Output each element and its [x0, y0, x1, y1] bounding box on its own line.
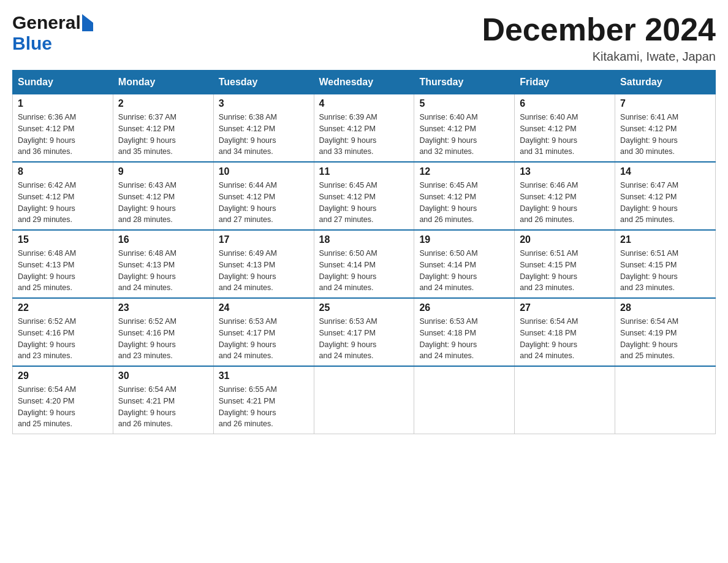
- calendar-week-row: 1Sunrise: 6:36 AMSunset: 4:12 PMDaylight…: [13, 94, 716, 163]
- day-info: Sunrise: 6:36 AMSunset: 4:12 PMDaylight:…: [18, 112, 108, 158]
- calendar-week-row: 8Sunrise: 6:42 AMSunset: 4:12 PMDaylight…: [13, 162, 716, 230]
- calendar-cell: 3Sunrise: 6:38 AMSunset: 4:12 PMDaylight…: [213, 94, 314, 163]
- day-info: Sunrise: 6:45 AMSunset: 4:12 PMDaylight:…: [419, 180, 509, 226]
- col-wednesday: Wednesday: [314, 71, 414, 94]
- calendar-cell: 28Sunrise: 6:54 AMSunset: 4:19 PMDayligh…: [615, 298, 716, 366]
- col-tuesday: Tuesday: [213, 71, 314, 94]
- day-info: Sunrise: 6:54 AMSunset: 4:18 PMDaylight:…: [520, 316, 610, 362]
- day-info: Sunrise: 6:54 AMSunset: 4:20 PMDaylight:…: [18, 384, 108, 430]
- col-monday: Monday: [113, 71, 213, 94]
- day-info: Sunrise: 6:54 AMSunset: 4:21 PMDaylight:…: [118, 384, 208, 430]
- col-sunday: Sunday: [13, 71, 113, 94]
- calendar-cell: [314, 366, 414, 434]
- day-info: Sunrise: 6:37 AMSunset: 4:12 PMDaylight:…: [118, 112, 208, 158]
- day-info: Sunrise: 6:53 AMSunset: 4:18 PMDaylight:…: [419, 316, 509, 362]
- day-number: 27: [520, 302, 610, 313]
- day-number: 6: [520, 98, 610, 109]
- day-info: Sunrise: 6:48 AMSunset: 4:13 PMDaylight:…: [18, 248, 108, 294]
- day-info: Sunrise: 6:41 AMSunset: 4:12 PMDaylight:…: [620, 112, 710, 158]
- day-number: 13: [520, 166, 610, 177]
- day-info: Sunrise: 6:46 AMSunset: 4:12 PMDaylight:…: [520, 180, 610, 226]
- day-info: Sunrise: 6:40 AMSunset: 4:12 PMDaylight:…: [520, 112, 610, 158]
- day-number: 22: [18, 302, 108, 313]
- day-number: 25: [319, 302, 409, 313]
- calendar-cell: 4Sunrise: 6:39 AMSunset: 4:12 PMDaylight…: [314, 94, 414, 163]
- calendar-cell: 11Sunrise: 6:45 AMSunset: 4:12 PMDayligh…: [314, 162, 414, 230]
- day-info: Sunrise: 6:47 AMSunset: 4:12 PMDaylight:…: [620, 180, 710, 226]
- day-number: 26: [419, 302, 509, 313]
- day-info: Sunrise: 6:52 AMSunset: 4:16 PMDaylight:…: [18, 316, 108, 362]
- day-number: 7: [620, 98, 710, 109]
- day-number: 2: [118, 98, 208, 109]
- day-number: 14: [620, 166, 710, 177]
- day-info: Sunrise: 6:51 AMSunset: 4:15 PMDaylight:…: [520, 248, 610, 294]
- day-info: Sunrise: 6:43 AMSunset: 4:12 PMDaylight:…: [118, 180, 208, 226]
- calendar-cell: 26Sunrise: 6:53 AMSunset: 4:18 PMDayligh…: [414, 298, 515, 366]
- calendar-header-row: Sunday Monday Tuesday Wednesday Thursday…: [13, 71, 716, 94]
- logo-general: General: [12, 12, 81, 33]
- day-number: 17: [219, 234, 309, 245]
- day-number: 18: [319, 234, 409, 245]
- calendar-cell: 16Sunrise: 6:48 AMSunset: 4:13 PMDayligh…: [113, 230, 213, 298]
- day-number: 15: [18, 234, 108, 245]
- day-number: 20: [520, 234, 610, 245]
- day-number: 23: [118, 302, 208, 313]
- title-section: December 2024 Kitakami, Iwate, Japan: [482, 12, 716, 64]
- calendar-cell: 2Sunrise: 6:37 AMSunset: 4:12 PMDaylight…: [113, 94, 213, 163]
- calendar-cell: 29Sunrise: 6:54 AMSunset: 4:20 PMDayligh…: [13, 366, 113, 434]
- day-number: 24: [219, 302, 309, 313]
- day-info: Sunrise: 6:39 AMSunset: 4:12 PMDaylight:…: [319, 112, 409, 158]
- calendar-cell: 30Sunrise: 6:54 AMSunset: 4:21 PMDayligh…: [113, 366, 213, 434]
- calendar-cell: 12Sunrise: 6:45 AMSunset: 4:12 PMDayligh…: [414, 162, 515, 230]
- day-number: 4: [319, 98, 409, 109]
- calendar-cell: 31Sunrise: 6:55 AMSunset: 4:21 PMDayligh…: [213, 366, 314, 434]
- calendar-cell: 23Sunrise: 6:52 AMSunset: 4:16 PMDayligh…: [113, 298, 213, 366]
- page-header: General Blue December 2024 Kitakami, Iwa…: [12, 12, 716, 64]
- calendar-cell: [515, 366, 615, 434]
- day-number: 9: [118, 166, 208, 177]
- day-info: Sunrise: 6:50 AMSunset: 4:14 PMDaylight:…: [319, 248, 409, 294]
- day-info: Sunrise: 6:40 AMSunset: 4:12 PMDaylight:…: [419, 112, 509, 158]
- calendar-cell: 6Sunrise: 6:40 AMSunset: 4:12 PMDaylight…: [515, 94, 615, 163]
- logo-icon: [82, 14, 93, 31]
- calendar-cell: 5Sunrise: 6:40 AMSunset: 4:12 PMDaylight…: [414, 94, 515, 163]
- calendar-cell: 8Sunrise: 6:42 AMSunset: 4:12 PMDaylight…: [13, 162, 113, 230]
- calendar-week-row: 29Sunrise: 6:54 AMSunset: 4:20 PMDayligh…: [13, 366, 716, 434]
- calendar-week-row: 15Sunrise: 6:48 AMSunset: 4:13 PMDayligh…: [13, 230, 716, 298]
- day-number: 5: [419, 98, 509, 109]
- calendar-cell: 17Sunrise: 6:49 AMSunset: 4:13 PMDayligh…: [213, 230, 314, 298]
- day-number: 3: [219, 98, 309, 109]
- col-saturday: Saturday: [615, 71, 716, 94]
- calendar-cell: 7Sunrise: 6:41 AMSunset: 4:12 PMDaylight…: [615, 94, 716, 163]
- day-info: Sunrise: 6:48 AMSunset: 4:13 PMDaylight:…: [118, 248, 208, 294]
- calendar-cell: 13Sunrise: 6:46 AMSunset: 4:12 PMDayligh…: [515, 162, 615, 230]
- day-info: Sunrise: 6:53 AMSunset: 4:17 PMDaylight:…: [219, 316, 309, 362]
- day-info: Sunrise: 6:55 AMSunset: 4:21 PMDaylight:…: [219, 384, 309, 430]
- month-year-title: December 2024: [482, 12, 716, 47]
- calendar-cell: 22Sunrise: 6:52 AMSunset: 4:16 PMDayligh…: [13, 298, 113, 366]
- day-info: Sunrise: 6:42 AMSunset: 4:12 PMDaylight:…: [18, 180, 108, 226]
- calendar-cell: 9Sunrise: 6:43 AMSunset: 4:12 PMDaylight…: [113, 162, 213, 230]
- day-info: Sunrise: 6:44 AMSunset: 4:12 PMDaylight:…: [219, 180, 309, 226]
- calendar-cell: 1Sunrise: 6:36 AMSunset: 4:12 PMDaylight…: [13, 94, 113, 163]
- day-number: 16: [118, 234, 208, 245]
- calendar-cell: 10Sunrise: 6:44 AMSunset: 4:12 PMDayligh…: [213, 162, 314, 230]
- col-thursday: Thursday: [414, 71, 515, 94]
- day-info: Sunrise: 6:49 AMSunset: 4:13 PMDaylight:…: [219, 248, 309, 294]
- calendar-cell: 24Sunrise: 6:53 AMSunset: 4:17 PMDayligh…: [213, 298, 314, 366]
- day-number: 28: [620, 302, 710, 313]
- logo: General Blue: [12, 12, 93, 54]
- calendar-week-row: 22Sunrise: 6:52 AMSunset: 4:16 PMDayligh…: [13, 298, 716, 366]
- day-number: 21: [620, 234, 710, 245]
- location-subtitle: Kitakami, Iwate, Japan: [482, 50, 716, 64]
- col-friday: Friday: [515, 71, 615, 94]
- calendar-cell: 21Sunrise: 6:51 AMSunset: 4:15 PMDayligh…: [615, 230, 716, 298]
- calendar-cell: [615, 366, 716, 434]
- calendar-cell: 20Sunrise: 6:51 AMSunset: 4:15 PMDayligh…: [515, 230, 615, 298]
- calendar-cell: 15Sunrise: 6:48 AMSunset: 4:13 PMDayligh…: [13, 230, 113, 298]
- day-info: Sunrise: 6:45 AMSunset: 4:12 PMDaylight:…: [319, 180, 409, 226]
- day-number: 12: [419, 166, 509, 177]
- day-number: 1: [18, 98, 108, 109]
- calendar-table: Sunday Monday Tuesday Wednesday Thursday…: [12, 70, 716, 434]
- day-info: Sunrise: 6:53 AMSunset: 4:17 PMDaylight:…: [319, 316, 409, 362]
